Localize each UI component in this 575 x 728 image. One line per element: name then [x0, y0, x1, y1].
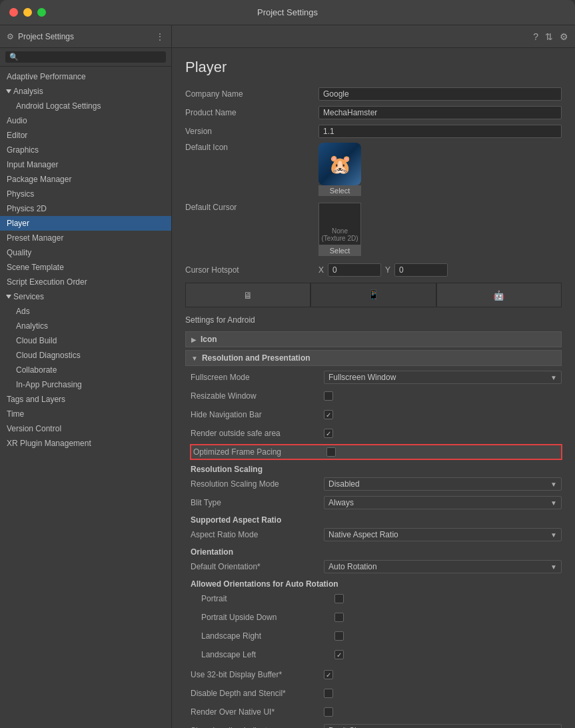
resolution-scaling-mode-value: Disabled — [328, 479, 360, 489]
sidebar-item-cloud-diagnostics[interactable]: Cloud Diagnostics — [0, 348, 171, 363]
render-outside-checkbox[interactable]: ✓ — [324, 429, 333, 438]
resizable-window-label: Resizable Window — [191, 391, 324, 401]
help-icon[interactable]: ? — [533, 31, 538, 42]
blit-type-dropdown[interactable]: Always ▼ — [324, 496, 562, 509]
close-button[interactable] — [9, 8, 18, 17]
sidebar-item-cloud-build[interactable]: Cloud Build — [0, 333, 171, 348]
sidebar-item-collaborate[interactable]: Collaborate — [0, 363, 171, 377]
icon-area: 🐹 Select — [318, 143, 361, 196]
sidebar-item-label: Services — [13, 292, 44, 301]
right-panel: ? ⇅ ⚙ Player Company Name Product Name — [172, 25, 575, 728]
version-input[interactable] — [318, 125, 562, 138]
cursor-x-input[interactable] — [328, 263, 381, 277]
sidebar-item-physics-2d[interactable]: Physics 2D — [0, 201, 171, 216]
sidebar-item-preset-manager[interactable]: Preset Manager — [0, 231, 171, 245]
cursor-hotspot-label: Cursor Hotspot — [185, 265, 318, 275]
section-icon-title: Icon — [201, 335, 217, 344]
resolution-scaling-mode-dropdown[interactable]: Disabled ▼ — [324, 477, 562, 491]
sidebar-item-editor[interactable]: Editor — [0, 128, 171, 143]
dropdown-arrow: ▼ — [550, 481, 557, 488]
sidebar-item-player[interactable]: Player — [0, 216, 171, 231]
fullscreen-mode-dropdown[interactable]: Fullscreen Window ▼ — [324, 371, 562, 384]
sidebar-item-label: In-App Purchasing — [16, 380, 82, 389]
platform-tab-mobile[interactable]: 📱 — [310, 283, 436, 307]
icon-select-button[interactable]: Select — [318, 185, 361, 196]
fullscreen-mode-row: Fullscreen Mode Fullscreen Window ▼ — [191, 370, 562, 385]
sidebar-item-analytics[interactable]: Analytics — [0, 319, 171, 333]
sidebar-menu-icon[interactable]: ⋮ — [155, 31, 165, 42]
portrait-upside-down-checkbox[interactable] — [334, 613, 344, 622]
sidebar-item-physics[interactable]: Physics — [0, 187, 171, 201]
landscape-left-checkbox[interactable]: ✓ — [334, 650, 344, 659]
cursor-select-button[interactable]: Select — [318, 245, 361, 256]
minimize-button[interactable] — [23, 8, 32, 17]
sidebar-item-android-logcat[interactable]: Android Logcat Settings — [0, 99, 171, 113]
use-32bit-label: Use 32-bit Display Buffer* — [191, 670, 324, 679]
sidebar-item-time[interactable]: Time — [0, 407, 171, 421]
platform-tab-desktop[interactable]: 🖥 — [185, 283, 310, 307]
sidebar-item-analysis[interactable]: Analysis — [0, 84, 171, 99]
use-32bit-checkbox[interactable]: ✓ — [324, 670, 333, 679]
sidebar-item-audio[interactable]: Audio — [0, 113, 171, 128]
cursor-y-input[interactable] — [394, 263, 448, 277]
sidebar-item-quality[interactable]: Quality — [0, 245, 171, 260]
sidebar-item-in-app-purchasing[interactable]: In-App Purchasing — [0, 377, 171, 392]
blit-type-row: Blit Type Always ▼ — [191, 495, 562, 510]
cursor-preview: None (Texture 2D) — [318, 203, 361, 245]
render-over-native-row: Render Over Native UI* — [191, 705, 562, 719]
sidebar-item-label: Editor — [7, 131, 27, 140]
sidebar-item-xr-plugin-management[interactable]: XR Plugin Management — [0, 436, 171, 451]
sidebar-item-input-manager[interactable]: Input Manager — [0, 157, 171, 172]
resizable-window-checkbox[interactable] — [324, 391, 333, 401]
window-controls — [9, 8, 46, 17]
sidebar-item-graphics[interactable]: Graphics — [0, 143, 171, 157]
hide-nav-bar-checkbox[interactable]: ✓ — [324, 410, 333, 419]
show-loading-dropdown[interactable]: Don't Show ▼ — [324, 724, 562, 728]
use-32bit-row: Use 32-bit Display Buffer* ✓ — [191, 667, 562, 682]
sidebar-item-version-control[interactable]: Version Control — [0, 421, 171, 436]
section-resolution-header[interactable]: ▼ Resolution and Presentation — [185, 350, 562, 366]
sidebar-item-label: Preset Manager — [7, 233, 63, 243]
sidebar-item-services[interactable]: Services — [0, 289, 171, 304]
default-orientation-dropdown[interactable]: Auto Rotation ▼ — [324, 560, 562, 573]
landscape-right-checkbox[interactable] — [334, 631, 344, 641]
sidebar-item-package-manager[interactable]: Package Manager — [0, 172, 171, 187]
blit-type-label: Blit Type — [191, 498, 324, 507]
company-name-input[interactable] — [318, 87, 562, 101]
render-over-native-checkbox[interactable] — [324, 707, 333, 717]
supported-aspect-ratio-title: Supported Aspect Ratio — [191, 515, 562, 525]
aspect-ratio-mode-dropdown[interactable]: Native Aspect Ratio ▼ — [324, 528, 562, 541]
gear-icon: ⚙ — [7, 32, 14, 41]
mobile-icon: 📱 — [368, 289, 379, 300]
platform-tab-android[interactable]: 🤖 — [436, 283, 562, 307]
product-name-input[interactable] — [318, 106, 562, 119]
version-row: Version — [185, 124, 562, 139]
optimized-frame-checkbox[interactable] — [326, 447, 336, 457]
main-content: ⚙ Project Settings ⋮ 🔍 Adaptive Performa… — [0, 25, 575, 728]
default-cursor-row: Default Cursor None (Texture 2D) Select — [185, 203, 562, 256]
maximize-button[interactable] — [37, 8, 46, 17]
cursor-none-text1: None — [332, 227, 348, 235]
disable-depth-checkbox[interactable] — [324, 689, 333, 698]
section-icon-header[interactable]: ▶ Icon — [185, 331, 562, 347]
portrait-upside-down-row: Portrait Upside Down — [191, 610, 562, 625]
layout-icon[interactable]: ⇅ — [545, 31, 553, 42]
disable-depth-row: Disable Depth and Stencil* — [191, 686, 562, 701]
sidebar-item-scene-template[interactable]: Scene Template — [0, 260, 171, 275]
check-mark: ✓ — [326, 671, 331, 679]
sidebar-item-label: Physics — [7, 189, 34, 199]
sidebar-item-script-execution-order[interactable]: Script Execution Order — [0, 275, 171, 289]
resolution-scaling-mode-label: Resolution Scaling Mode — [191, 479, 324, 489]
portrait-checkbox[interactable] — [334, 594, 344, 603]
portrait-upside-down-label: Portrait Upside Down — [201, 613, 334, 622]
x-label: X — [318, 265, 324, 275]
sidebar-item-adaptive-performance[interactable]: Adaptive Performance — [0, 69, 171, 84]
portrait-label: Portrait — [201, 594, 334, 603]
cursor-hotspot-row: Cursor Hotspot X Y — [185, 263, 562, 277]
settings-icon[interactable]: ⚙ — [560, 31, 568, 42]
search-bar: 🔍 — [0, 48, 171, 67]
sidebar-item-tags-and-layers[interactable]: Tags and Layers — [0, 392, 171, 407]
sidebar-item-ads[interactable]: Ads — [0, 304, 171, 319]
sidebar-item-label: Audio — [7, 116, 27, 125]
sidebar-item-label: Graphics — [7, 145, 39, 155]
